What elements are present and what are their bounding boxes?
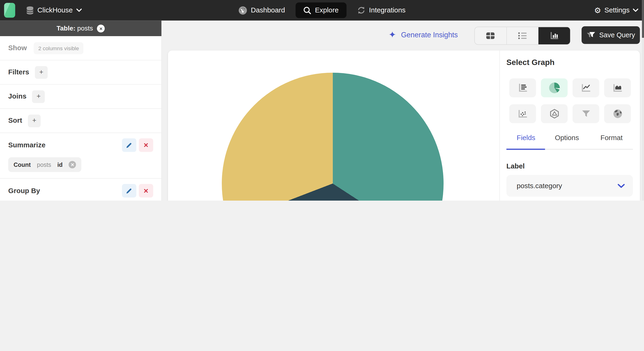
nav-dashboard[interactable]: Dashboard <box>234 2 290 18</box>
graph-type-pie-button[interactable] <box>541 78 568 97</box>
graph-type-radar-button[interactable] <box>541 104 568 124</box>
show-row: Show 2 columns visible <box>0 36 162 60</box>
bar-chart-icon <box>517 83 528 93</box>
table-view-button[interactable] <box>475 27 507 44</box>
add-join-button[interactable]: + <box>32 90 45 103</box>
sparkle-icon: ✦ <box>389 30 396 40</box>
radar-chart-icon <box>549 108 560 119</box>
chip-table: posts <box>37 162 51 168</box>
table-header-prefix: Table: <box>56 25 75 32</box>
columns-visible-badge[interactable]: 2 columns visible <box>34 42 84 54</box>
chevron-down-icon <box>618 184 625 188</box>
app-root: ClickHouse Dashboard <box>0 0 644 200</box>
area-chart-icon <box>612 83 623 93</box>
graph-type-line-button[interactable] <box>573 78 600 97</box>
filters-label: Filters <box>8 68 29 76</box>
filter-icon <box>586 31 596 39</box>
settings-label: Settings <box>604 6 630 14</box>
group-by-label: Group By <box>8 186 40 195</box>
list-view-icon <box>518 32 527 40</box>
add-sort-button[interactable]: + <box>28 114 40 127</box>
graph-type-bar-button[interactable] <box>509 78 536 97</box>
nav-integrations[interactable]: Integrations <box>352 3 410 18</box>
nav-label: Integrations <box>369 6 405 14</box>
graph-type-map-button[interactable] <box>604 104 631 124</box>
app-logo[interactable] <box>4 3 15 18</box>
chevron-down-icon <box>76 9 82 12</box>
remove-chip-icon[interactable]: ✕ <box>69 161 76 168</box>
summarize-label: Summarize <box>8 141 46 149</box>
table-header: Table: posts × <box>0 21 162 36</box>
nav-label: Explore <box>315 6 339 14</box>
settings-menu[interactable]: ⚙ Settings <box>594 0 638 21</box>
result-card: sports fashion technology Select Graph <box>168 50 640 200</box>
add-filter-button[interactable]: + <box>35 66 48 78</box>
graph-type-scatter-button[interactable] <box>509 104 536 124</box>
label-field-value: posts.category <box>517 182 562 190</box>
select-graph-title: Select Graph <box>506 58 554 67</box>
scrollbar-thumb[interactable] <box>642 0 644 38</box>
list-view-button[interactable] <box>507 27 538 44</box>
pie-chart[interactable] <box>222 73 444 200</box>
chip-aggregation: Count <box>14 162 31 168</box>
joins-label: Joins <box>8 92 26 101</box>
tab-format[interactable]: Format <box>600 134 623 142</box>
main-nav: Dashboard Explore Integrations <box>234 0 410 21</box>
show-label: Show <box>8 44 27 52</box>
edit-group-by-button[interactable] <box>122 184 136 198</box>
nav-label: Dashboard <box>251 6 285 14</box>
scrollbar[interactable] <box>642 0 644 200</box>
edit-summarize-button[interactable] <box>122 138 136 152</box>
remove-summarize-button[interactable]: ✕ <box>139 138 153 152</box>
gauge-icon <box>238 6 247 14</box>
database-icon <box>26 6 34 14</box>
summarize-section: Summarize ✕ Count posts id ✕ <box>0 133 162 178</box>
close-table-icon[interactable]: × <box>97 24 105 32</box>
nav-explore[interactable]: Explore <box>296 2 346 18</box>
tab-fields[interactable]: Fields <box>517 134 535 142</box>
sync-icon <box>357 6 366 14</box>
table-name: posts <box>77 25 93 32</box>
filters-row: Filters + <box>0 60 162 84</box>
summarize-chip: Count posts id ✕ <box>8 157 82 172</box>
sort-row: Sort + <box>0 109 162 133</box>
save-query-button[interactable]: Save Query <box>582 26 640 44</box>
scatter-plot-icon <box>517 109 528 119</box>
label-section-title: Label <box>506 162 525 170</box>
funnel-chart-icon <box>581 109 591 118</box>
chart-view-button[interactable] <box>538 27 570 44</box>
tab-underline-active <box>506 149 545 150</box>
chevron-down-icon <box>633 9 638 12</box>
chip-column: id <box>57 162 63 168</box>
gear-icon: ⚙ <box>594 6 601 14</box>
generate-insights-button[interactable]: ✦ Generate Insights <box>389 30 458 40</box>
remove-group-by-button[interactable]: ✕ <box>139 184 153 198</box>
save-query-label: Save Query <box>599 31 635 39</box>
label-field-select[interactable]: posts.category <box>506 175 633 197</box>
view-toggle-group <box>474 27 570 45</box>
pie-chart-icon <box>549 82 560 94</box>
joins-row: Joins + <box>0 85 162 109</box>
database-selector[interactable]: ClickHouse <box>26 0 82 21</box>
query-builder-sidebar: Table: posts × Show 2 columns visible Fi… <box>0 21 162 201</box>
topbar: ClickHouse Dashboard <box>0 0 644 21</box>
sort-label: Sort <box>8 116 22 125</box>
panel-divider <box>500 50 500 200</box>
generate-insights-label: Generate Insights <box>401 30 458 39</box>
graph-type-area-button[interactable] <box>604 78 631 97</box>
search-icon <box>304 6 311 14</box>
group-by-section: Group By ✕ posts category ✕ <box>0 178 162 200</box>
table-view-icon <box>486 31 496 40</box>
tab-options[interactable]: Options <box>555 134 579 142</box>
pencil-icon <box>126 142 133 149</box>
chart-view-icon <box>550 31 559 40</box>
graph-type-funnel-button[interactable] <box>573 104 600 124</box>
line-chart-icon <box>581 83 592 93</box>
pencil-icon <box>126 187 133 194</box>
map-globe-icon <box>612 108 623 119</box>
app-name: ClickHouse <box>37 6 72 14</box>
